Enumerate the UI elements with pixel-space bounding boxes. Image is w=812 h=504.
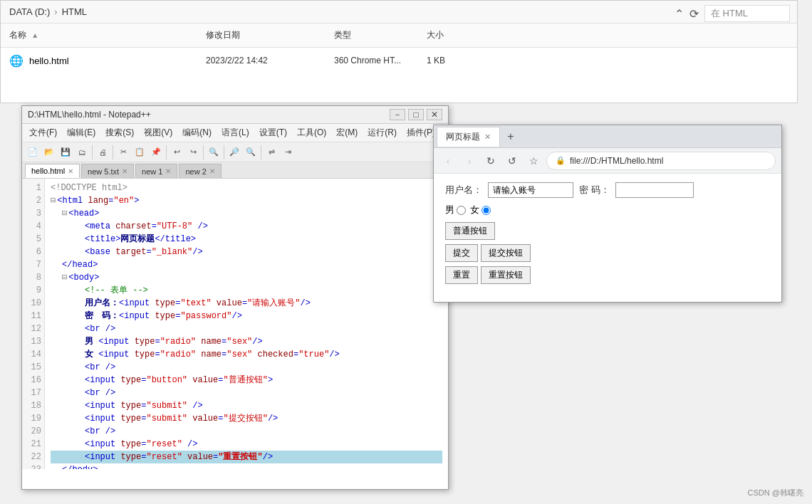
submit-button-2[interactable]: 提交按钮 [481,244,531,262]
male-label: 男 [445,204,454,216]
col-type-header[interactable]: 类型 [328,26,421,44]
tb-open[interactable]: 📂 [41,145,57,160]
file-name-cell: 🌐 hello.html [1,52,200,69]
submit-buttons-row: 提交 提交按钮 [445,244,770,262]
tb-zoom-out[interactable]: 🔍 [243,145,259,160]
radio-male-input[interactable] [457,206,466,215]
menu-lang[interactable]: 语言(L) [217,125,254,140]
file-name: hello.html [29,56,69,66]
minimize-button[interactable]: － [390,109,405,120]
code-line-8: ⊟<body> [51,271,442,284]
col-size-header[interactable]: 大小 [421,26,478,44]
browser-tab-close[interactable]: ✕ [484,132,491,142]
col-name-header[interactable]: 名称 ▲ [1,26,200,44]
tab-close-new5[interactable]: ✕ [122,167,127,175]
path-separator-1: › [54,6,57,17]
col-date-header[interactable]: 修改日期 [200,26,328,44]
menu-view[interactable]: 视图(V) [140,125,177,140]
tb-separator-3 [166,145,167,159]
code-line-17: <br /> [51,387,442,399]
menu-edit[interactable]: 编辑(E) [63,125,100,140]
forward-button[interactable]: › [461,152,478,169]
code-line-19: <input type="submit" value="提交按钮"/> [51,412,442,425]
tb-save[interactable]: 💾 [58,145,73,160]
menu-run[interactable]: 运行(R) [363,125,401,140]
tb-zoom-in[interactable]: 🔎 [227,145,242,160]
notepad-title: D:\HTML\hello.html - Notepad++ [28,110,151,120]
tab-close-new1[interactable]: ✕ [165,167,171,175]
menu-search[interactable]: 搜索(S) [101,125,138,140]
password-input[interactable] [615,182,694,198]
path-html[interactable]: HTML [62,6,87,17]
tb-separator-5 [224,145,224,159]
radio-female-input[interactable] [482,206,491,215]
url-text: file:///D:/HTML/hello.html [570,156,663,166]
tb-new[interactable]: 📄 [25,145,41,160]
tb-undo[interactable]: ↩ [169,145,184,160]
menu-encode[interactable]: 编码(N) [178,125,216,140]
browser-tab-title: 网页标题 [446,131,480,143]
gender-row: 男 女 [445,204,770,216]
tb-wrap[interactable]: ⇌ [264,145,279,160]
sort-arrow: ▲ [31,31,38,39]
tb-redo[interactable]: ↪ [185,145,201,160]
explorer-column-headers: 名称 ▲ 修改日期 类型 大小 [1,23,797,48]
code-line-1: <!DOCTYPE html> [51,182,442,194]
code-line-2: ⊟<html lang="en"> [51,194,442,207]
refresh-icon[interactable]: ⟳ [689,7,699,21]
refresh-button[interactable]: ↻ [482,152,499,169]
submit-button-1[interactable]: 提交 [445,244,478,262]
tab-new1[interactable]: new 1 ✕ [135,164,177,178]
tab-label-new5: new 5.txt [88,167,119,176]
tab-hello-html[interactable]: hello.html ✕ [25,164,80,178]
menu-file[interactable]: 文件(F) [25,125,61,140]
username-label: 用户名： [445,184,482,196]
tb-print[interactable]: 🖨 [95,145,110,160]
username-row: 用户名： 密 码： [445,182,770,198]
radio-male[interactable]: 男 [445,204,466,216]
browser-new-tab-button[interactable]: + [501,127,520,146]
bookmark-button[interactable]: ☆ [525,152,542,169]
tab-label-new1: new 1 [142,167,162,176]
code-line-4: <meta charset="UTF-8" /> [51,220,442,233]
collapse-icon[interactable]: ⌃ [675,7,684,21]
tb-cut[interactable]: ✂ [115,145,131,160]
notepad-editor: 12345 678910 1112131415 1617181920 21222… [22,179,448,469]
menu-tools[interactable]: 工具(O) [293,125,330,140]
menu-settings[interactable]: 设置(T) [255,125,291,140]
tb-separator-6 [261,145,261,159]
file-size: 1 KB [421,54,478,67]
notepad-toolbar: 📄 📂 💾 🗂 🖨 ✂ 📋 📌 ↩ ↪ 🔍 🔎 🔍 ⇌ ⇥ [22,142,448,162]
close-button[interactable]: ✕ [427,109,442,120]
tab-new2[interactable]: new 2 ✕ [179,164,221,178]
path-data-d[interactable]: DATA (D:) [9,6,50,17]
file-row[interactable]: 🌐 hello.html 2023/2/22 14:42 360 Chrome … [1,48,797,73]
tb-find[interactable]: 🔍 [206,145,222,160]
maximize-button[interactable]: □ [408,109,424,120]
tb-separator-4 [203,145,204,159]
tab-close-new2[interactable]: ✕ [209,167,215,175]
normal-button[interactable]: 普通按钮 [445,222,495,240]
menu-macro[interactable]: 宏(M) [332,125,362,140]
undo-nav-button[interactable]: ↺ [504,152,521,169]
explorer-controls: ⌃ ⟳ 在 HTML [675,5,790,22]
browser-tab-active[interactable]: 网页标题 ✕ [437,127,500,147]
reset-button-1[interactable]: 重置 [445,266,478,284]
username-input[interactable] [488,182,573,198]
tb-paste[interactable]: 📌 [148,145,164,160]
browser-navbar: ‹ › ↻ ↺ ☆ 🔒 file:///D:/HTML/hello.html [434,148,781,174]
tab-close-hello[interactable]: ✕ [68,167,73,175]
tb-indent[interactable]: ⇥ [280,145,296,160]
tb-copy[interactable]: 📋 [132,145,147,160]
code-line-10: 用户名：<input type="text" value="请输入账号"/> [51,297,442,310]
search-input[interactable]: 在 HTML [704,5,790,22]
tab-new5[interactable]: new 5.txt ✕ [81,164,134,178]
reset-button-2[interactable]: 重置按钮 [481,266,531,284]
tb-saveall[interactable]: 🗂 [74,145,90,160]
tb-separator-1 [92,145,93,159]
address-bar[interactable]: 🔒 file:///D:/HTML/hello.html [546,152,776,170]
back-button[interactable]: ‹ [439,152,457,169]
code-editor[interactable]: <!DOCTYPE html> ⊟<html lang="en"> ⊟<head… [45,179,448,469]
tab-label-new2: new 2 [185,167,206,176]
radio-female[interactable]: 女 [470,204,491,216]
